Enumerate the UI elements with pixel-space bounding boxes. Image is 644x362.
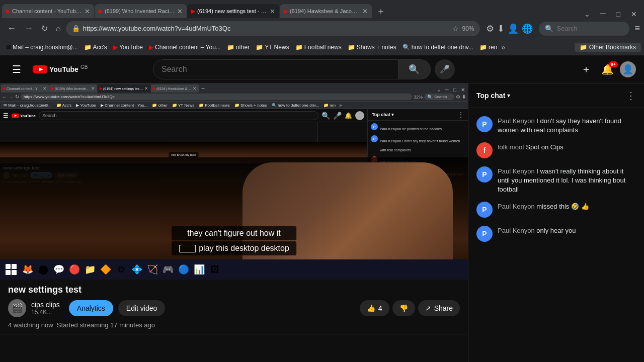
tab4-close[interactable]: ✕ xyxy=(362,8,368,15)
chat-content: Paul Kenyon I wasn't really thinking abo… xyxy=(498,166,636,194)
bookmark-mail-label: Mail – craig.houston@... xyxy=(13,44,78,51)
chat-content: Paul Kenyon I don't say they haven't fou… xyxy=(498,116,636,134)
yt-header-actions: ＋ 🔔 9+ 👤 xyxy=(577,58,636,80)
taskbar-whatsapp-icon[interactable]: 💬 xyxy=(52,262,66,277)
yt-search-input[interactable] xyxy=(162,65,390,74)
analytics-button[interactable]: Analytics xyxy=(69,300,113,316)
start-button[interactable] xyxy=(3,261,19,278)
browser-tab-1[interactable]: ▶ Channel content - YouTube Stu... ✕ xyxy=(2,4,94,18)
taskbar-app-icon-4[interactable]: 📊 xyxy=(192,262,206,277)
bookmark-drive-label: how to deltet one driv... xyxy=(412,44,473,51)
extension-icon-2[interactable]: 👤 xyxy=(508,23,519,34)
browser-tab-2[interactable]: ▶ (6199) Who Invented Racis... ✕ xyxy=(95,4,187,18)
channel-name[interactable]: cips clips xyxy=(31,301,60,309)
chat-text: missed this 🤣 👍 xyxy=(536,203,589,210)
taskbar-firefox-icon[interactable]: 🦊 xyxy=(21,262,35,277)
url-bar[interactable]: 🔒 https://www.youtube.com/watch?v=4udMmU… xyxy=(66,21,480,36)
bookmark-mail[interactable]: ✉ Mail – craig.houston@... xyxy=(3,43,81,52)
bookmark-yt-label: YouTube xyxy=(119,44,143,51)
browser-search-box[interactable]: 🔍 xyxy=(539,22,629,36)
taskbar-app-icon-1[interactable]: 🔴 xyxy=(67,262,82,277)
video-player[interactable]: ▶ Channel content - YouTube Stu... ✕ ▶ (… xyxy=(0,83,468,280)
yt-mic-button[interactable]: 🎤 xyxy=(435,59,455,79)
svg-text:YouTube: YouTube xyxy=(49,65,78,73)
chat-message: P Paul Kenyon missed this 🤣 👍 xyxy=(468,198,644,222)
close-window-button[interactable]: ✕ xyxy=(626,10,642,18)
taskbar-folder-icon[interactable]: 📁 xyxy=(83,262,97,277)
notifications-button[interactable]: 🔔 9+ xyxy=(597,59,618,79)
taskbar-chrome-icon[interactable]: ⬤ xyxy=(36,262,50,277)
chat-title-text: Top chat xyxy=(476,92,505,100)
other-bookmarks-label: Other Bookmarks xyxy=(589,44,636,51)
bookmark-drive[interactable]: 🔍 how to deltet one driv... xyxy=(399,43,476,52)
hamburger-menu-button[interactable]: ☰ xyxy=(8,59,25,79)
tab4-title: (6194) Hawksbee & Jacobs LIV... xyxy=(290,8,360,14)
video-info: new settings test 🎬 cips clips 15.4K... … xyxy=(0,280,468,334)
menu-button[interactable]: ≡ xyxy=(634,23,640,34)
tab3-close[interactable]: ✕ xyxy=(270,8,275,15)
back-button[interactable]: ← xyxy=(4,21,19,36)
bookmark-ren[interactable]: 📁 ren xyxy=(476,43,500,52)
youtube-logo[interactable]: YouTube GB xyxy=(33,64,88,74)
yt-main-content: ▶ Channel content - YouTube Stu... ✕ ▶ (… xyxy=(0,83,644,362)
other-bookmarks[interactable]: 📁 Other Bookmarks xyxy=(575,43,641,52)
bookmark-football-label: Football news xyxy=(304,44,342,51)
channel-avatar[interactable]: 🎬 xyxy=(8,299,26,317)
dislike-button[interactable]: 👎 xyxy=(392,300,415,316)
forward-button[interactable]: → xyxy=(21,21,36,36)
taskbar-app-icon-3[interactable]: 🔵 xyxy=(177,262,191,277)
chat-content: Paul Kenyon only hear you xyxy=(498,226,576,235)
extension-icon-1[interactable]: ⚙ xyxy=(486,23,494,34)
taskbar-settings-icon[interactable]: ⚙ xyxy=(114,262,128,277)
chat-menu-icon[interactable]: ⋮ xyxy=(626,89,636,102)
bookmark-shows[interactable]: 📁 Shows + notes xyxy=(345,43,399,52)
extension-icon-3[interactable]: 🌐 xyxy=(522,23,533,34)
maximize-button[interactable]: □ xyxy=(611,10,625,18)
browser-search-input[interactable] xyxy=(556,25,617,32)
tab-overflow-button[interactable]: ⌄ xyxy=(580,10,594,18)
bookmark-star-icon[interactable]: ☆ xyxy=(452,25,459,33)
taskbar-vlc-icon[interactable]: 🔶 xyxy=(99,262,113,277)
like-button[interactable]: 👍 4 xyxy=(360,300,389,316)
nested-subtitle-text: hell brush my man xyxy=(169,152,198,157)
bookmarks-overflow[interactable]: » xyxy=(501,43,505,51)
bookmark-other[interactable]: 📁 other xyxy=(224,43,253,52)
chat-message: P Paul Kenyon I don't say they haven't f… xyxy=(468,112,644,138)
tab-bar: ▶ Channel content - YouTube Stu... ✕ ▶ (… xyxy=(0,0,644,18)
chat-title-button[interactable]: Top chat ▾ xyxy=(476,92,510,100)
browser-tab-3[interactable]: ▶ (6194) new settings test - You... ✕ xyxy=(187,4,279,18)
tab1-close[interactable]: ✕ xyxy=(85,8,90,15)
yt-search-input-wrapper[interactable] xyxy=(153,59,398,79)
new-tab-button[interactable]: ＋ xyxy=(372,4,389,18)
minimize-button[interactable]: ─ xyxy=(595,9,610,18)
yt-bm-icon: ▶ xyxy=(113,44,118,51)
taskbar-app-icon-5[interactable]: 🖼 xyxy=(208,262,222,277)
thumbs-down-icon: 👎 xyxy=(399,304,408,312)
home-button[interactable]: ⌂ xyxy=(53,22,64,35)
edit-video-button[interactable]: Edit video xyxy=(118,300,165,316)
channel-subs: 15.4K... xyxy=(31,309,60,316)
browser-tab-4[interactable]: ▶ (6194) Hawksbee & Jacobs LIV... ✕ xyxy=(280,4,372,18)
avatar: P xyxy=(476,202,493,218)
taskbar-app-icon-2[interactable]: 🏹 xyxy=(145,262,159,277)
bookmark-yt[interactable]: ▶ YouTube xyxy=(110,43,146,52)
share-button[interactable]: ↗ Share xyxy=(418,300,460,316)
subtitle-line2: [___] play this desktop desktop xyxy=(172,241,296,255)
bookmark-channel[interactable]: ▶ Channel content – You... xyxy=(146,43,224,52)
avatar: f xyxy=(476,142,493,158)
create-button[interactable]: ＋ xyxy=(577,58,595,80)
bookmark-accs[interactable]: 📁 Acc's xyxy=(81,43,110,52)
account-avatar[interactable]: 👤 xyxy=(620,61,636,77)
download-icon[interactable]: ⬇ xyxy=(497,23,505,34)
thumbs-up-icon: 👍 xyxy=(367,304,375,312)
taskbar-skype-icon[interactable]: 💠 xyxy=(130,262,144,277)
refresh-button[interactable]: ↻ xyxy=(38,22,51,35)
bookmark-ytnews[interactable]: 📁 YT News xyxy=(253,43,292,52)
chat-author: Paul Kenyon xyxy=(498,203,536,210)
bookmark-football[interactable]: 📁 Football news xyxy=(292,43,345,52)
tab2-close[interactable]: ✕ xyxy=(177,8,183,15)
channel-info-row: 🎬 cips clips 15.4K... Analytics Edit vid… xyxy=(8,299,460,317)
chat-text: Spot on Cips xyxy=(526,143,563,151)
taskbar-steam-icon[interactable]: 🎮 xyxy=(161,262,175,277)
yt-search-button[interactable]: 🔍 xyxy=(398,59,431,79)
